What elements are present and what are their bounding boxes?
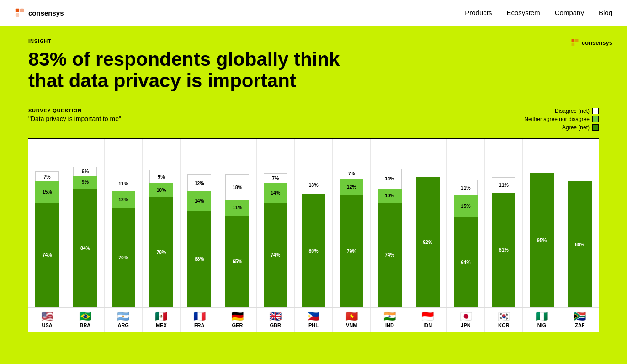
bar-label-agree-idn: 92% bbox=[423, 240, 432, 245]
bar-label-agree-vnm: 79% bbox=[347, 249, 356, 254]
country-code-mex: MEX bbox=[156, 322, 167, 328]
bar-label-disagree-phl: 13% bbox=[308, 183, 318, 188]
bar-label-agree-jpn: 64% bbox=[461, 260, 471, 265]
bar-label-agree-kor: 81% bbox=[499, 248, 509, 253]
legend-neither-label: Neither agree nor disagree bbox=[524, 116, 590, 122]
bar-label-disagree-usa: 7% bbox=[44, 174, 51, 179]
country-code-ind: IND bbox=[385, 322, 394, 328]
flag-ger: 🇩🇪 bbox=[231, 311, 244, 322]
bar-label-agree-phl: 80% bbox=[308, 248, 318, 253]
legend-agree-box bbox=[592, 124, 599, 131]
bar-group-phl: 13%80% bbox=[295, 139, 333, 307]
svg-rect-2 bbox=[16, 13, 19, 17]
bar-label-neither-ger: 11% bbox=[233, 205, 242, 210]
bar-label-disagree-bra: 6% bbox=[82, 169, 89, 174]
bar-label-agree-nig: 95% bbox=[537, 238, 547, 243]
insight-label: INSIGHT bbox=[28, 38, 599, 44]
navigation: consensys Products Ecosystem Company Blo… bbox=[0, 0, 627, 26]
legend-disagree: Disagree (net) bbox=[555, 108, 599, 114]
country-item-idn: 🇮🇩IDN bbox=[409, 308, 447, 332]
country-item-nig: 🇳🇬NIG bbox=[523, 308, 561, 332]
country-item-jpn: 🇯🇵JPN bbox=[447, 308, 485, 332]
nav-company[interactable]: Company bbox=[555, 9, 584, 16]
flag-ind: 🇮🇳 bbox=[383, 311, 396, 322]
bar-label-neither-gbr: 14% bbox=[271, 190, 280, 195]
corner-logo-icon bbox=[571, 38, 579, 47]
bar-group-bra: 6%9%84% bbox=[66, 139, 104, 307]
legend-neither: Neither agree nor disagree bbox=[524, 116, 599, 122]
countries-row: 🇺🇸USA🇧🇷BRA🇦🇷ARG🇲🇽MEX🇫🇷FRA🇩🇪GER🇬🇧GBR🇵🇭PHL… bbox=[28, 308, 599, 332]
nav-links: Products Ecosystem Company Blog bbox=[465, 9, 612, 17]
bar-label-agree-usa: 74% bbox=[43, 253, 52, 258]
flag-jpn: 🇯🇵 bbox=[460, 311, 472, 322]
bar-group-nig: 95% bbox=[523, 139, 561, 307]
bar-label-disagree-ger: 18% bbox=[233, 185, 242, 190]
bar-group-vnm: 7%12%79% bbox=[333, 139, 371, 307]
country-item-ind: 🇮🇳IND bbox=[371, 308, 409, 332]
flag-gbr: 🇬🇧 bbox=[269, 311, 282, 322]
bar-label-disagree-gbr: 7% bbox=[272, 176, 279, 181]
legend-agree: Agree (net) bbox=[562, 124, 599, 131]
logo-text: consensys bbox=[28, 9, 64, 17]
bar-label-disagree-mex: 9% bbox=[158, 174, 165, 179]
svg-rect-1 bbox=[20, 9, 24, 12]
flag-zaf: 🇿🇦 bbox=[574, 311, 586, 322]
country-code-phl: PHL bbox=[308, 322, 319, 328]
flag-idn: 🇮🇩 bbox=[421, 311, 434, 322]
flag-arg: 🇦🇷 bbox=[117, 311, 129, 322]
bar-label-agree-fra: 68% bbox=[195, 257, 204, 262]
svg-rect-4 bbox=[575, 39, 579, 42]
country-code-idn: IDN bbox=[423, 322, 432, 328]
bar-label-neither-bra: 9% bbox=[82, 179, 89, 185]
svg-rect-3 bbox=[571, 39, 574, 42]
country-code-arg: ARG bbox=[117, 322, 128, 328]
bar-label-neither-mex: 10% bbox=[156, 188, 166, 193]
country-code-nig: NIG bbox=[537, 322, 547, 328]
bar-group-ind: 14%10%74% bbox=[371, 139, 409, 307]
flag-vnm: 🇻🇳 bbox=[345, 311, 358, 322]
bar-group-arg: 11%12%70% bbox=[105, 139, 143, 307]
bar-label-neither-usa: 15% bbox=[43, 190, 52, 195]
bar-label-disagree-vnm: 7% bbox=[348, 171, 355, 176]
main-title: 83% of respondents globally think that d… bbox=[28, 48, 348, 91]
bar-group-mex: 9%10%78% bbox=[143, 139, 181, 307]
country-code-kor: KOR bbox=[498, 322, 509, 328]
country-item-mex: 🇲🇽MEX bbox=[143, 308, 181, 332]
bar-label-disagree-fra: 12% bbox=[195, 181, 204, 186]
flag-kor: 🇰🇷 bbox=[498, 311, 510, 322]
nav-products[interactable]: Products bbox=[465, 9, 492, 16]
nav-blog[interactable]: Blog bbox=[599, 9, 612, 16]
legend-neither-box bbox=[592, 116, 599, 122]
legend: Disagree (net) Neither agree nor disagre… bbox=[524, 108, 599, 131]
svg-rect-5 bbox=[571, 43, 574, 46]
country-item-bra: 🇧🇷BRA bbox=[66, 308, 104, 332]
country-code-ger: GER bbox=[232, 322, 243, 328]
country-item-usa: 🇺🇸USA bbox=[28, 308, 66, 332]
bar-label-agree-gbr: 74% bbox=[271, 253, 280, 258]
bar-label-agree-bra: 84% bbox=[80, 246, 90, 251]
country-item-arg: 🇦🇷ARG bbox=[105, 308, 143, 332]
nav-ecosystem[interactable]: Ecosystem bbox=[506, 9, 540, 16]
bar-label-agree-arg: 70% bbox=[118, 255, 128, 260]
main-content: consensys INSIGHT 83% of respondents glo… bbox=[0, 26, 627, 332]
bar-group-kor: 11%81% bbox=[485, 139, 523, 307]
country-code-usa: USA bbox=[42, 322, 53, 328]
country-item-zaf: 🇿🇦ZAF bbox=[561, 308, 599, 332]
chart-wrapper: 7%15%74%6%9%84%11%12%70%9%10%78%12%14%68… bbox=[28, 138, 599, 332]
country-code-jpn: JPN bbox=[461, 322, 470, 328]
country-item-fra: 🇫🇷FRA bbox=[181, 308, 218, 332]
bar-group-jpn: 11%15%64% bbox=[447, 139, 485, 307]
corner-logo-text: consensys bbox=[582, 39, 612, 46]
bar-group-idn: 92% bbox=[409, 139, 447, 307]
bar-label-neither-ind: 10% bbox=[385, 193, 394, 198]
flag-nig: 🇳🇬 bbox=[536, 311, 548, 322]
bars-container: 7%15%74%6%9%84%11%12%70%9%10%78%12%14%68… bbox=[28, 139, 599, 308]
nav-logo[interactable]: consensys bbox=[15, 8, 64, 18]
logo-icon bbox=[15, 8, 25, 18]
bar-group-usa: 7%15%74% bbox=[28, 139, 66, 307]
flag-phl: 🇵🇭 bbox=[307, 311, 319, 322]
country-code-bra: BRA bbox=[80, 322, 90, 328]
country-code-vnm: VNM bbox=[346, 322, 357, 328]
survey-question-text: "Data privacy is important to me" bbox=[28, 115, 121, 122]
bar-group-ger: 18%11%65% bbox=[218, 139, 256, 307]
